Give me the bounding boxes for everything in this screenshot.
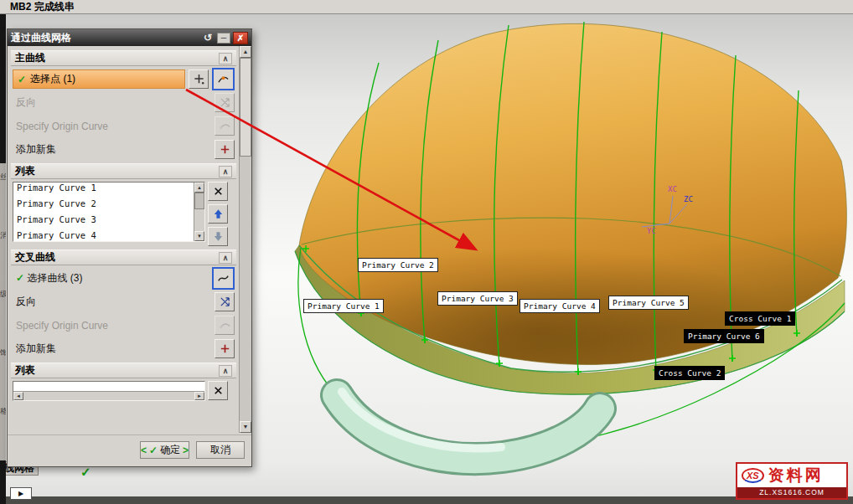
left-strip-fragment: 饰 [0,347,6,358]
cross-add-set-label: 添加新集 [13,342,211,356]
remove-item-button[interactable] [208,381,228,400]
primary-section-header[interactable]: 主曲线 ∧ [11,50,236,66]
primary-curve-list[interactable]: Primary Curve 1 Primary Curve 2 Primary … [13,182,205,242]
add-new-set-icon [219,143,231,156]
select-point-row[interactable]: ✓ 选择点 (1) [13,69,185,89]
origin-curve-icon [219,120,231,132]
collapse-chevron-icon[interactable]: ∧ [219,252,232,264]
watermark-site-name: 资料网 [768,465,824,486]
left-strip-fragment: 级 [0,289,6,300]
axis-label-yc: YC [647,227,656,235]
axis-label-zc: ZC [684,195,693,203]
horizontal-scrollbar[interactable]: ◄ ► [13,391,204,400]
watermark: XS 资料网 ZL.XS1616.COM [736,462,848,500]
primary-reverse-label: 反向 [13,95,211,110]
collapse-chevron-icon[interactable]: ∧ [219,53,232,64]
cue-bar: MB2 完成线串 [0,0,853,14]
watermark-logo: XS [742,468,764,483]
dialog-title: 通过曲线网格 [11,31,201,45]
add-new-set-icon [219,342,231,355]
ok-label: 确定 [160,443,180,457]
scrollbar-thumb[interactable] [194,193,204,209]
cross-list-label: 列表 [15,363,35,378]
scrollbar-thumb[interactable] [240,58,251,157]
left-toolbar-strip: 丝 消 级 饰 格 [0,0,6,504]
scroll-down-icon[interactable]: ▼ [194,231,204,241]
scroll-up-icon[interactable]: ▲ [194,183,204,193]
scroll-down-icon[interactable]: ▼ [240,421,251,433]
reverse-direction-icon [219,296,231,308]
select-point-label: 选择点 (1) [30,72,75,86]
cross-origin-button[interactable] [215,316,235,335]
primary-section-label: 主曲线 [15,51,45,65]
primary-origin-button[interactable] [215,116,235,136]
move-up-button[interactable] [208,204,228,224]
select-curve-row[interactable]: ✓ 选择曲线 (3) [13,271,209,285]
delete-x-icon [212,384,225,397]
bottom-status-strip [0,496,853,504]
select-curve-button[interactable] [212,267,235,290]
primary-list-header[interactable]: 列表 ∧ [11,163,236,179]
reverse-direction-icon [219,96,231,109]
cue-text: MB2 完成线串 [0,0,75,14]
minimize-button[interactable]: ─ [217,33,230,44]
balloon-primary-curve-3: Primary Curve 3 [437,291,518,306]
list-item[interactable]: Primary Curve 3 [13,214,204,230]
scroll-right-icon[interactable]: ► [194,392,204,400]
close-button[interactable]: ✗ [233,32,248,44]
strap-torus [337,392,600,459]
default-button-bracket: < [141,445,147,456]
curve-select-icon [217,272,230,285]
cross-curve-list[interactable]: ◄ ► [13,381,205,401]
expand-arrow-button[interactable]: ▶ [10,487,32,500]
balloon-primary-curve-5: Primary Curve 5 [608,296,689,310]
primary-origin-label: Specify Origin Curve [13,121,211,132]
list-item[interactable]: Primary Curve 4 [13,230,204,242]
dialog-scrollbar[interactable]: ▲ ▼ [239,46,251,433]
left-strip-fragment: 丝 [0,172,6,183]
cross-reverse-button[interactable] [215,292,235,311]
balloon-primary-curve-1: Primary Curve 1 [303,299,384,313]
cross-reverse-label: 反向 [13,295,211,309]
check-icon: ✓ [16,272,24,284]
point-constructor-icon [193,73,205,85]
primary-reverse-button[interactable] [215,93,235,112]
scroll-left-icon[interactable]: ◄ [13,392,23,400]
primary-list-label: 列表 [15,164,35,178]
reset-icon[interactable]: ↺ [201,32,215,44]
cancel-label: 取消 [210,443,230,457]
check-icon: ✓ [149,445,158,456]
cross-list-header[interactable]: 列表 ∧ [11,363,236,378]
remove-item-button[interactable] [208,182,228,201]
through-curve-mesh-dialog: 通过曲线网格 ↺ ─ ✗ 主曲线 ∧ ✓ 选择点 (1) [7,28,252,467]
origin-curve-icon [219,319,231,332]
left-strip-fragment: 消 [0,230,6,241]
cross-add-set-button[interactable] [215,339,235,358]
balloon-cross-curve-2: Cross Curve 2 [654,366,725,380]
dialog-titlebar[interactable]: 通过曲线网格 ↺ ─ ✗ [8,29,251,46]
primary-add-set-button[interactable] [215,140,235,159]
list-item[interactable]: Primary Curve 1 [13,183,204,198]
cross-section-label: 交叉曲线 [15,250,55,265]
primary-add-set-label: 添加新集 [13,142,211,157]
arrow-up-icon [212,208,225,220]
balloon-primary-curve-6: Primary Curve 6 [684,329,764,343]
ok-button[interactable]: < ✓ 确定 > [140,441,189,459]
scroll-up-icon[interactable]: ▲ [240,46,251,58]
list-scrollbar[interactable]: ▲ ▼ [194,183,204,241]
collapse-chevron-icon[interactable]: ∧ [219,166,232,177]
select-curve-label: 选择曲线 (3) [27,272,82,284]
move-down-button[interactable] [208,227,228,246]
collapse-chevron-icon[interactable]: ∧ [219,365,232,377]
cross-section-header[interactable]: 交叉曲线 ∧ [11,249,236,265]
point-on-curve-icon [217,73,230,85]
cancel-button[interactable]: 取消 [196,441,245,459]
cross-origin-label: Specify Origin Curve [13,320,211,332]
balloon-primary-curve-4: Primary Curve 4 [520,299,600,313]
point-dialog-button[interactable] [189,69,209,89]
watermark-url: ZL.XS1616.COM [737,487,846,498]
delete-x-icon [212,185,225,198]
balloon-cross-curve-1: Cross Curve 1 [725,311,795,326]
list-item[interactable]: Primary Curve 2 [13,198,204,214]
select-point-button[interactable] [212,68,235,90]
